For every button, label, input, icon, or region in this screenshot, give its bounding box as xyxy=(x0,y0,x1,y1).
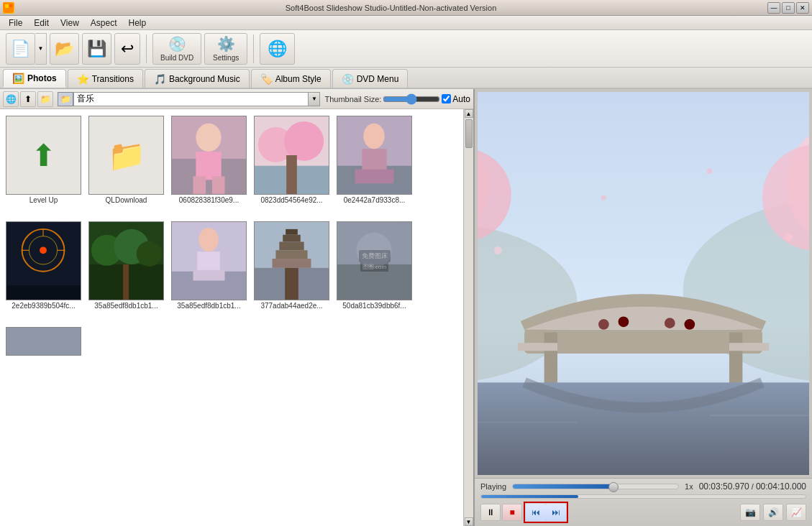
file-item-photo6[interactable]: 35a85edf8db1cb1... xyxy=(168,218,250,322)
player-left-controls: ⏸ ■ ⏮ ⏭ xyxy=(480,502,568,523)
screenshot-button[interactable]: 📷 xyxy=(740,504,760,521)
transitions-tab-label: Transitions xyxy=(92,74,134,84)
file-name-photo6: 35a85edf8db1cb1... xyxy=(177,302,240,310)
player-seek-bar[interactable] xyxy=(480,494,806,499)
player-right-controls: 📷 🔊 📈 xyxy=(740,504,806,521)
menu-help[interactable]: Help xyxy=(123,17,152,29)
menu-view[interactable]: View xyxy=(55,17,85,29)
svg-point-73 xyxy=(619,316,629,327)
player-speed-label: 1x xyxy=(685,482,693,491)
file-item-photo5[interactable]: 35a85edf8db1cb1... xyxy=(86,218,167,322)
file-name-photo2: 0823dd54564e92... xyxy=(260,196,322,204)
photos-tab-label: Photos xyxy=(27,73,57,83)
audio-settings-button[interactable]: 📈 xyxy=(786,504,806,521)
svg-rect-36 xyxy=(197,252,219,272)
help-button[interactable]: 🌐 xyxy=(260,33,295,65)
svg-point-5 xyxy=(196,124,221,152)
next-icon: ⏭ xyxy=(552,507,560,517)
file-item-photo4[interactable]: 2e2eb9389b504fc... xyxy=(3,218,84,322)
svg-point-35 xyxy=(199,228,218,252)
volume-button[interactable]: 🔊 xyxy=(763,504,783,521)
tab-photos[interactable]: 🖼️ Photos xyxy=(3,69,66,88)
svg-point-22 xyxy=(40,246,47,254)
open-button[interactable]: 📂 xyxy=(50,33,79,65)
toolbar-separator-2 xyxy=(253,34,254,63)
right-panel: Playing 1x 00:03:50.970 / 00:04:10.000 xyxy=(475,89,812,526)
album-style-tab-label: Album Style xyxy=(275,74,321,84)
thumbnail-size-slider[interactable] xyxy=(383,93,440,105)
svg-rect-6 xyxy=(196,152,221,180)
tab-dvd-menu[interactable]: 💿 DVD Menu xyxy=(332,69,409,88)
svg-rect-7 xyxy=(193,176,206,194)
undo-button[interactable]: ↩ xyxy=(114,33,140,65)
menu-aspect[interactable]: Aspect xyxy=(85,17,123,29)
prev-button[interactable]: ⏮ xyxy=(526,504,546,521)
svg-rect-32 xyxy=(123,264,129,300)
window-buttons[interactable]: — □ ✕ xyxy=(767,2,809,14)
audio-settings-icon: 📈 xyxy=(791,507,802,517)
browser-folder-button[interactable]: 📁 xyxy=(37,91,53,107)
settings-button[interactable]: ⚙️ Settings xyxy=(204,33,247,65)
svg-point-89 xyxy=(707,169,712,174)
skip-buttons-group: ⏮ ⏭ xyxy=(524,502,568,523)
svg-point-31 xyxy=(137,241,162,267)
tab-transitions[interactable]: ⭐ Transitions xyxy=(68,69,143,88)
svg-point-86 xyxy=(494,246,502,254)
scroll-down[interactable]: ▼ xyxy=(465,517,473,526)
screenshot-icon: 📷 xyxy=(745,507,756,517)
svg-rect-1 xyxy=(5,4,9,8)
svg-rect-2 xyxy=(9,4,12,7)
file-item-partial[interactable] xyxy=(3,323,84,359)
path-dropdown[interactable]: ▼ xyxy=(309,92,320,106)
svg-rect-8 xyxy=(212,176,225,194)
svg-rect-45 xyxy=(285,268,298,300)
file-item-photo2[interactable]: 0823dd54564e92... xyxy=(251,112,332,216)
pause-icon: ⏸ xyxy=(486,507,495,517)
menu-file[interactable]: File xyxy=(3,17,28,29)
file-grid-scrollbar[interactable]: ▲ ▼ xyxy=(463,109,473,526)
tab-background-music[interactable]: 🎵 Background Music xyxy=(145,69,250,88)
player-status-label: Playing xyxy=(480,482,506,491)
minimize-button[interactable]: — xyxy=(767,2,780,14)
progress-thumb[interactable] xyxy=(608,482,619,492)
title-bar-left xyxy=(3,2,14,14)
stop-button[interactable]: ■ xyxy=(502,504,522,521)
file-item-photo7[interactable]: 377adab44aed2e... xyxy=(251,218,332,322)
thumbnail-size-label: Thumbnail Size: xyxy=(324,95,381,103)
file-item-photo8[interactable]: 免费图床 图图.com 50da81cb39dbb6f... xyxy=(334,218,415,322)
menu-edit[interactable]: Edit xyxy=(28,17,55,29)
build-dvd-label: Build DVD xyxy=(160,54,193,62)
window-title: Soft4Boost Slideshow Studio-Untitled-Non… xyxy=(14,4,767,12)
svg-point-72 xyxy=(598,319,609,330)
auto-label: Auto xyxy=(452,94,470,104)
maximize-button[interactable]: □ xyxy=(782,2,795,14)
file-item-photo3[interactable]: 0e2442a7d933c8... xyxy=(334,112,415,216)
next-button[interactable]: ⏭ xyxy=(546,504,566,521)
file-item-qldownload[interactable]: 📁 QLDownload xyxy=(86,112,167,216)
new-button[interactable]: 📄 xyxy=(6,33,35,65)
new-dropdown-arrow[interactable]: ▼ xyxy=(35,33,47,65)
file-name-levelup: Level Up xyxy=(29,196,58,204)
save-button[interactable]: 💾 xyxy=(82,33,111,65)
file-item-photo1[interactable]: 060828381f30e9... xyxy=(168,112,250,216)
browser-web-button[interactable]: 🌐 xyxy=(3,91,19,107)
scroll-up[interactable]: ▲ xyxy=(465,109,473,118)
file-name-photo3: 0e2442a7d933c8... xyxy=(344,196,406,204)
file-name-qldownload: QLDownload xyxy=(106,196,147,204)
browser-toolbar: 🌐 ⬆ 📁 📁 音乐 ▼ Thumbnail Size: Auto xyxy=(0,89,473,109)
svg-point-87 xyxy=(601,195,606,200)
build-dvd-button[interactable]: 💿 Build DVD xyxy=(152,33,201,65)
close-button[interactable]: ✕ xyxy=(796,2,809,14)
auto-checkbox-container[interactable]: Auto xyxy=(442,94,470,104)
pause-button[interactable]: ⏸ xyxy=(480,504,501,521)
svg-rect-13 xyxy=(286,155,297,194)
path-input[interactable]: 音乐 xyxy=(73,92,309,106)
player-progress-bar[interactable] xyxy=(512,484,679,489)
auto-checkbox[interactable] xyxy=(442,94,451,103)
browser-up-button[interactable]: ⬆ xyxy=(20,91,36,107)
dvd-menu-tab-icon: 💿 xyxy=(342,73,354,85)
tab-album-style[interactable]: 🏷️ Album Style xyxy=(251,69,331,88)
file-item-levelup[interactable]: ⬆ Level Up xyxy=(3,112,84,216)
main-area: 🌐 ⬆ 📁 📁 音乐 ▼ Thumbnail Size: Auto ⬆ xyxy=(0,89,812,526)
svg-rect-26 xyxy=(6,285,81,300)
